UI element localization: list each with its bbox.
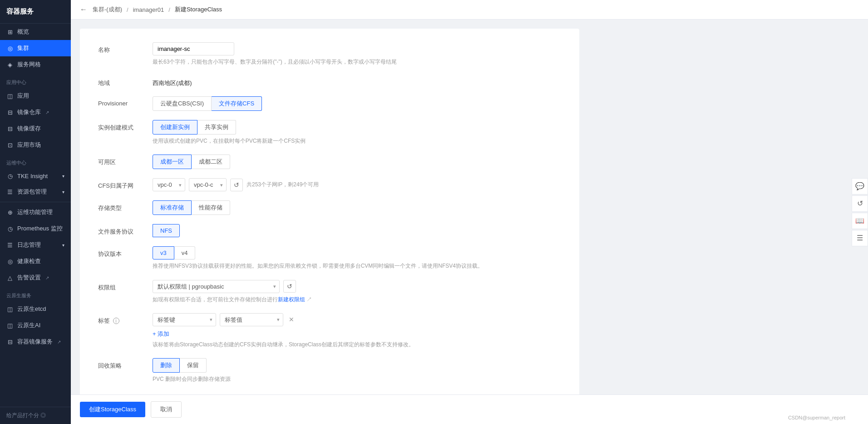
form-row-tag: 标签 i 标签键 标签值 <box>98 313 561 349</box>
float-menu-button[interactable]: ☰ <box>852 230 868 246</box>
breadcrumb-current: 新建StorageClass <box>175 5 222 14</box>
float-refresh-button[interactable]: ↺ <box>852 195 868 212</box>
permission-hint: 如现有权限组不合适，您可前往文件存储控制台进行新建权限组 ↗ <box>153 295 561 304</box>
reclaim-toggle-group: 删除 保留 <box>153 358 561 373</box>
protocol-version-control: v3 v4 推荐使用NFSV3协议挂载获得更好的性能。如果您的应用依赖文件锁，即… <box>153 246 561 270</box>
provisioner-control: 云硬盘CBS(CSI) 文件存储CFS <box>153 96 561 111</box>
sidebar-item-app-market[interactable]: ⊡ 应用市场 <box>0 137 71 153</box>
storage-type-control: 标准存储 性能存储 <box>153 200 561 215</box>
protocol-nfs-button[interactable]: NFS <box>153 224 180 237</box>
file-protocol-label: 文件服务协议 <box>98 224 153 236</box>
create-storage-class-button[interactable]: 创建StorageClass <box>80 402 145 417</box>
provisioner-toggle-group: 云硬盘CBS(CSI) 文件存储CFS <box>153 96 561 111</box>
reclaim-control: 删除 保留 PVC 删除时会同步删除存储资源 <box>153 358 561 384</box>
form-row-cfs-vpc: CFS归属子网 vpc-0 vpc-0-c ↺ <box>98 178 561 191</box>
new-permission-link[interactable]: 新建权限组 <box>278 296 305 303</box>
sidebar-item-health[interactable]: ◎ 健康检查 <box>0 253 71 269</box>
tag-value-select[interactable]: 标签值 <box>220 313 283 326</box>
sidebar-item-etcd[interactable]: ◫ 云原生etcd <box>0 301 71 317</box>
file-protocol-control: NFS <box>153 224 561 237</box>
sidebar-item-container-image[interactable]: ⊟ 容器镜像服务 ↗ <box>0 334 71 350</box>
arrow-icon-3: ▾ <box>62 243 64 248</box>
instance-share-button[interactable]: 共享实例 <box>197 120 236 135</box>
float-book-button[interactable]: 📖 <box>852 213 868 229</box>
alert-icon: △ <box>6 274 14 281</box>
form-row-name: 名称 最长63个字符，只能包含小写字母、数字及分隔符("-")，且必须以小写字母… <box>98 42 561 66</box>
protocol-v3-button[interactable]: v3 <box>153 246 174 259</box>
reclaim-delete-button[interactable]: 删除 <box>153 358 180 373</box>
cache-icon: ⊟ <box>6 125 14 132</box>
cluster-icon: ◎ <box>6 45 14 52</box>
tag-control: 标签键 标签值 ✕ 添加 该标签将由StorageClass动态创建的CFS实例… <box>153 313 561 349</box>
name-input[interactable] <box>153 42 234 55</box>
sidebar-item-alert[interactable]: △ 告警设置 ↗ <box>0 269 71 286</box>
cancel-button[interactable]: 取消 <box>151 401 182 418</box>
storage-performance-button[interactable]: 性能存储 <box>192 200 230 215</box>
storage-type-toggle-group: 标准存储 性能存储 <box>153 200 561 215</box>
sidebar-item-service-mesh[interactable]: ◈ 服务网格 <box>0 56 71 73</box>
reclaim-keep-button[interactable]: 保留 <box>180 358 207 373</box>
sidebar-item-log[interactable]: ☰ 日志管理 ▾ <box>0 237 71 253</box>
permission-select[interactable]: 默认权限组 | pgroupbasic <box>153 280 280 293</box>
add-tag-button[interactable]: 添加 <box>153 330 169 338</box>
sidebar-item-cluster[interactable]: ◎ 集群 <box>0 40 71 56</box>
permission-refresh-button[interactable]: ↺ <box>283 280 296 293</box>
cfs-vpc-row: vpc-0 vpc-0-c ↺ 共253个子网IP，剩249个可用 <box>153 178 561 191</box>
az-control: 成都一区 成都二区 <box>153 155 561 169</box>
subnet-select[interactable]: vpc-0-c <box>189 178 227 191</box>
tag-key-select[interactable]: 标签键 <box>153 313 216 326</box>
sidebar-item-ops-manage[interactable]: ⊕ 运维功能管理 <box>0 204 71 220</box>
instance-create-button[interactable]: 创建新实例 <box>153 120 197 135</box>
az-cd1-button[interactable]: 成都一区 <box>153 155 192 169</box>
vpc-select[interactable]: vpc-0 <box>153 178 185 191</box>
form-row-storage-type: 存储类型 标准存储 性能存储 <box>98 200 561 215</box>
instance-mode-toggle-group: 创建新实例 共享实例 <box>153 120 561 135</box>
storage-type-label: 存储类型 <box>98 200 153 212</box>
main-content: ← 集群-(成都) / imanager01 / 新建StorageClass … <box>71 0 868 424</box>
protocol-version-hint: 推荐使用NFSV3协议挂载获得更好的性能。如果您的应用依赖文件锁，即需要使用多台… <box>153 262 561 270</box>
tag-info-icon[interactable]: i <box>113 318 119 324</box>
sidebar-item-image-repo[interactable]: ⊟ 镜像仓库 ↗ <box>0 104 71 120</box>
form-row-permission: 权限组 默认权限组 | pgroupbasic ↺ 如现有权限组不合适，您可前往… <box>98 280 561 304</box>
header: ← 集群-(成都) / imanager01 / 新建StorageClass <box>71 0 868 20</box>
breadcrumb-manager[interactable]: imanager01 <box>133 6 164 13</box>
storage-standard-button[interactable]: 标准存储 <box>153 200 192 215</box>
provisioner-cfs-button[interactable]: 文件存储CFS <box>212 96 262 111</box>
back-button[interactable]: ← <box>80 5 87 14</box>
sidebar-item-overview[interactable]: ⊞ 概览 <box>0 24 71 40</box>
form-card: 名称 最长63个字符，只能包含小写字母、数字及分隔符("-")，且必须以小写字母… <box>80 29 579 394</box>
cfs-vpc-control: vpc-0 vpc-0-c ↺ 共253个子网IP，剩249个可用 <box>153 178 561 191</box>
sidebar-item-app[interactable]: ◫ 应用 <box>0 88 71 104</box>
az-cd2-button[interactable]: 成都二区 <box>192 155 230 169</box>
form-row-instance-mode: 实例创建模式 创建新实例 共享实例 使用该模式创建的PVC，在挂载时每个PVC将… <box>98 120 561 145</box>
cfs-vpc-label: CFS归属子网 <box>98 178 153 190</box>
permission-row: 默认权限组 | pgroupbasic ↺ <box>153 280 561 293</box>
resource-icon: ☰ <box>6 188 14 195</box>
sidebar-item-native-ai[interactable]: ◫ 云原生AI <box>0 317 71 334</box>
arrow-icon: ▾ <box>62 174 64 179</box>
float-chat-button[interactable]: 💬 <box>852 178 868 195</box>
permission-label: 权限组 <box>98 280 153 292</box>
subnet-refresh-button[interactable]: ↺ <box>230 179 243 191</box>
tag-label: 标签 i <box>98 313 153 325</box>
reclaim-label: 回收策略 <box>98 358 153 370</box>
watermark: CSDN@superman_report <box>788 415 845 420</box>
tag-delete-button[interactable]: ✕ <box>287 316 296 323</box>
market-icon: ⊡ <box>6 141 14 149</box>
breadcrumb-cluster[interactable]: 集群-(成都) <box>93 5 122 14</box>
sidebar-item-prometheus[interactable]: ◷ Prometheus 监控 <box>0 220 71 237</box>
region-control: 西南地区(成都) <box>153 75 561 87</box>
breadcrumb-sep-2: / <box>168 6 170 13</box>
protocol-v4-button[interactable]: v4 <box>174 246 196 259</box>
az-label: 可用区 <box>98 155 153 166</box>
tke-icon: ◷ <box>6 172 14 180</box>
sidebar-item-resource-pkg[interactable]: ☰ 资源包管理 ▾ <box>0 184 71 200</box>
sidebar-item-image-cache[interactable]: ⊟ 镜像缓存 <box>0 120 71 137</box>
sidebar-bottom[interactable]: 给产品打个分 ◎ <box>0 407 71 424</box>
provisioner-label: Provisioner <box>98 96 153 107</box>
form-row-reclaim: 回收策略 删除 保留 PVC 删除时会同步删除存储资源 <box>98 358 561 384</box>
provisioner-cbs-button[interactable]: 云硬盘CBS(CSI) <box>153 96 212 111</box>
permission-control: 默认权限组 | pgroupbasic ↺ 如现有权限组不合适，您可前往文件存储… <box>153 280 561 304</box>
divider-1 <box>0 202 71 202</box>
sidebar-item-tke-insight[interactable]: ◷ TKE Insight ▾ <box>0 168 71 184</box>
